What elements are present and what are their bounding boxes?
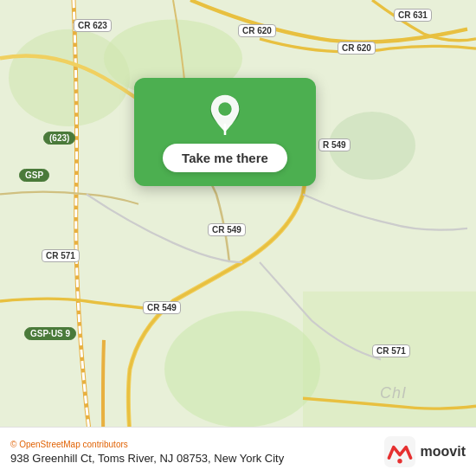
take-me-there-button[interactable]: Take me there: [163, 144, 287, 172]
map-container: CR 623 (623) CR 620 CR 620 CR 631 R 549 …: [0, 0, 476, 476]
location-card: Take me there: [134, 78, 316, 186]
road-label-cr620b: CR 620: [338, 42, 376, 55]
road-label-gspus9: GSP·US 9: [24, 327, 76, 340]
bottom-bar: © OpenStreetMap contributors 938 Greenhi…: [0, 427, 476, 476]
road-label-cr571a: CR 571: [42, 249, 80, 262]
road-network: [0, 0, 476, 476]
svg-point-11: [218, 102, 231, 115]
moovit-icon: [384, 436, 415, 467]
road-label-623: (623): [43, 132, 75, 145]
road-label-cr571b: CR 571: [372, 344, 410, 357]
road-label-gsp: GSP: [19, 169, 49, 182]
address-section: © OpenStreetMap contributors 938 Greenhi…: [10, 440, 284, 465]
road-label-cr549c: CR 549: [143, 301, 181, 314]
pin-icon: [204, 93, 246, 135]
osm-attribution[interactable]: © OpenStreetMap contributors: [10, 440, 284, 449]
road-label-cr631: CR 631: [394, 9, 432, 22]
svg-point-7: [164, 311, 320, 428]
chi-watermark: ChI: [380, 384, 407, 402]
address-text: 938 Greenhill Ct, Toms River, NJ 08753, …: [10, 452, 284, 465]
moovit-text: moovit: [421, 444, 466, 460]
svg-point-13: [397, 459, 402, 463]
road-label-cr623: CR 623: [74, 19, 112, 32]
moovit-logo[interactable]: moovit: [384, 436, 466, 467]
road-label-cr549b: CR 549: [208, 223, 246, 236]
road-label-cr620a: CR 620: [238, 24, 276, 37]
road-label-r549a: R 549: [318, 138, 351, 151]
